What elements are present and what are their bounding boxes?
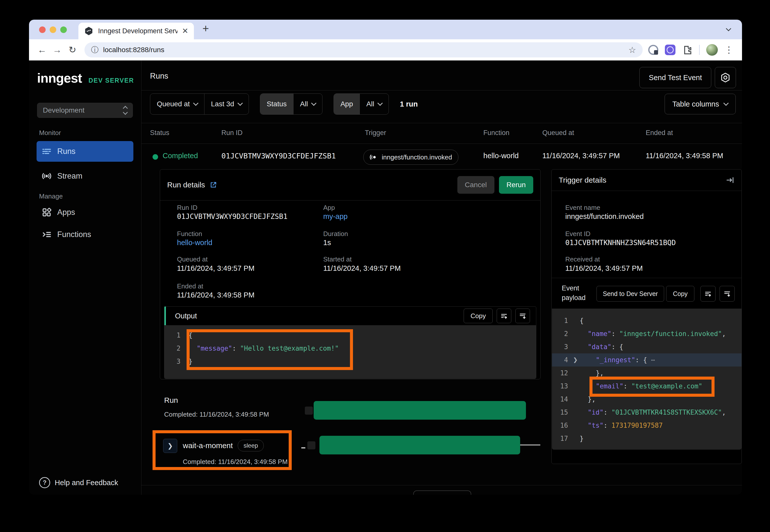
sidebar-item-apps[interactable]: Apps xyxy=(37,202,133,223)
step-name[interactable]: wait-a-moment xyxy=(183,441,233,450)
run-id-value: 01JCVBTMV3WXY9D3CFDEJFZSB1 xyxy=(177,212,288,221)
status-filter-label: Status xyxy=(267,100,287,108)
functions-icon xyxy=(42,229,52,240)
word-wrap-button[interactable] xyxy=(497,309,511,323)
status-dot-icon xyxy=(152,154,158,160)
status-filter[interactable]: Status All xyxy=(260,93,323,115)
extensions-puzzle-icon[interactable] xyxy=(682,45,693,55)
event-broadcast-icon xyxy=(370,153,378,161)
forward-button[interactable]: → xyxy=(51,45,64,55)
help-label: Help and Feedback xyxy=(55,479,118,487)
reload-button[interactable]: ↻ xyxy=(66,45,79,55)
expand-step-button[interactable]: ❯ xyxy=(163,439,177,453)
trigger-details-title: Trigger details xyxy=(559,176,607,184)
url-text[interactable]: localhost:8288/runs xyxy=(103,46,624,54)
environment-selector[interactable]: Development xyxy=(37,103,133,118)
started-at-value: 11/16/2024, 3:49:57 PM xyxy=(323,264,401,273)
code-text: { xyxy=(580,317,584,324)
col-header-queued-at: Queued at xyxy=(542,129,574,137)
send-to-dev-server-button[interactable]: Send to Dev Server xyxy=(597,286,664,302)
code-text: }, xyxy=(580,369,604,377)
run-count: 1 run xyxy=(400,100,418,108)
browser-window: Inngest Development Server ✕ + ← → ↻ ⓘ l… xyxy=(29,20,742,495)
copy-payload-button[interactable]: Copy xyxy=(666,286,694,302)
queued-at-label: Queued at xyxy=(177,255,208,263)
load-more-button[interactable] xyxy=(413,490,471,495)
table-columns-label: Table columns xyxy=(673,100,719,108)
help-and-feedback[interactable]: ? Help and Feedback xyxy=(39,477,118,488)
run-details-title: Run details xyxy=(167,181,205,189)
row-trigger: inngest/function.invoked xyxy=(382,153,452,161)
logo-row: inngest DEV SERVER xyxy=(37,71,134,86)
cancel-button[interactable]: Cancel xyxy=(457,176,494,194)
inngest-logo: inngest xyxy=(37,71,82,86)
status-filter-value: All xyxy=(300,100,308,108)
function-link[interactable]: hello-world xyxy=(177,239,212,247)
line-number: 13 xyxy=(552,382,571,390)
send-test-event-button[interactable]: Send Test Event xyxy=(640,67,711,88)
payload-expand-button[interactable] xyxy=(720,286,735,302)
step-timeline-bar[interactable] xyxy=(320,436,520,454)
line-number: 12 xyxy=(552,369,571,377)
step-kind-badge: sleep xyxy=(238,440,264,451)
run-timeline-bar[interactable] xyxy=(314,401,526,420)
inngest-app: inngest DEV SERVER Development Monitor R… xyxy=(29,60,742,495)
ended-at-label: Ended at xyxy=(177,282,203,290)
line-number: 1 xyxy=(552,317,571,324)
sidebar-item-functions[interactable]: Functions xyxy=(37,224,133,245)
app-link[interactable]: my-app xyxy=(323,212,348,221)
rerun-button[interactable]: Rerun xyxy=(499,176,533,194)
code-text: "data": { xyxy=(580,343,623,351)
started-at-label: Started at xyxy=(323,255,352,263)
dev-server-tag: DEV SERVER xyxy=(88,77,134,84)
tab-close-icon[interactable]: ✕ xyxy=(182,27,188,35)
new-tab-button[interactable]: + xyxy=(203,22,209,35)
code-line: 4❯"_inngest": { ⋯ xyxy=(552,353,742,367)
word-wrap-icon xyxy=(500,312,508,320)
password-manager-extension-icon[interactable] xyxy=(648,45,658,55)
code-line: 16"ts": 1731790197587 xyxy=(552,419,742,432)
code-line: 2"name": "inngest/function.invoked", xyxy=(552,327,742,340)
received-at-label: Received at xyxy=(565,255,600,263)
timeline-run-label[interactable]: Run xyxy=(164,396,178,405)
duration-value: 1s xyxy=(323,239,331,247)
apps-icon xyxy=(42,207,52,217)
app-filter[interactable]: App All xyxy=(334,93,389,115)
app-filter-label: App xyxy=(340,100,353,108)
external-link-icon[interactable] xyxy=(210,181,217,189)
collapse-chevron-icon[interactable]: ❯ xyxy=(571,357,580,363)
site-info-icon[interactable]: ⓘ xyxy=(91,45,98,55)
minimize-window-button[interactable] xyxy=(50,26,56,33)
collapse-panel-icon[interactable] xyxy=(726,176,734,184)
close-window-button[interactable] xyxy=(39,26,46,33)
address-bar[interactable]: ⓘ localhost:8288/runs ☆ xyxy=(84,42,643,57)
toolbar-extensions: ⋮ xyxy=(648,44,735,56)
timeline-handle xyxy=(307,441,315,449)
extension-icon[interactable] xyxy=(665,45,676,55)
browser-tab[interactable]: Inngest Development Server ✕ xyxy=(78,23,194,39)
expand-output-button[interactable] xyxy=(515,309,530,323)
filter-bar: Queued at Last 3d Status All App All 1 r… xyxy=(150,94,418,114)
app-filter-value: All xyxy=(366,100,374,108)
copy-output-button[interactable]: Copy xyxy=(464,309,493,323)
settings-button[interactable] xyxy=(715,67,736,88)
browser-menu-icon[interactable]: ⋮ xyxy=(724,45,733,55)
table-columns-button[interactable]: Table columns xyxy=(665,94,736,114)
profile-avatar[interactable] xyxy=(706,44,718,56)
received-at-value: 11/16/2024, 3:49:57 PM xyxy=(565,264,643,273)
payload-word-wrap-button[interactable] xyxy=(700,286,716,302)
back-button[interactable]: ← xyxy=(36,45,49,55)
maximize-window-button[interactable] xyxy=(60,26,67,33)
divider xyxy=(141,485,742,485)
trigger-details-header: Trigger details xyxy=(552,170,742,191)
sidebar-item-stream[interactable]: Stream xyxy=(37,166,133,186)
col-header-trigger: Trigger xyxy=(365,129,386,137)
time-filter[interactable]: Queued at Last 3d xyxy=(150,93,249,115)
sidebar-item-runs[interactable]: Runs xyxy=(37,141,133,162)
tab-search-button[interactable] xyxy=(723,24,734,35)
trigger-pill[interactable]: inngest/function.invoked xyxy=(363,150,458,165)
code-text: "id": "01JCVBTMTKR41S8STTKEXSKX6C", xyxy=(580,409,726,416)
bookmark-star-icon[interactable]: ☆ xyxy=(629,45,636,55)
chevron-down-icon xyxy=(193,100,199,106)
line-number: 15 xyxy=(552,409,571,416)
